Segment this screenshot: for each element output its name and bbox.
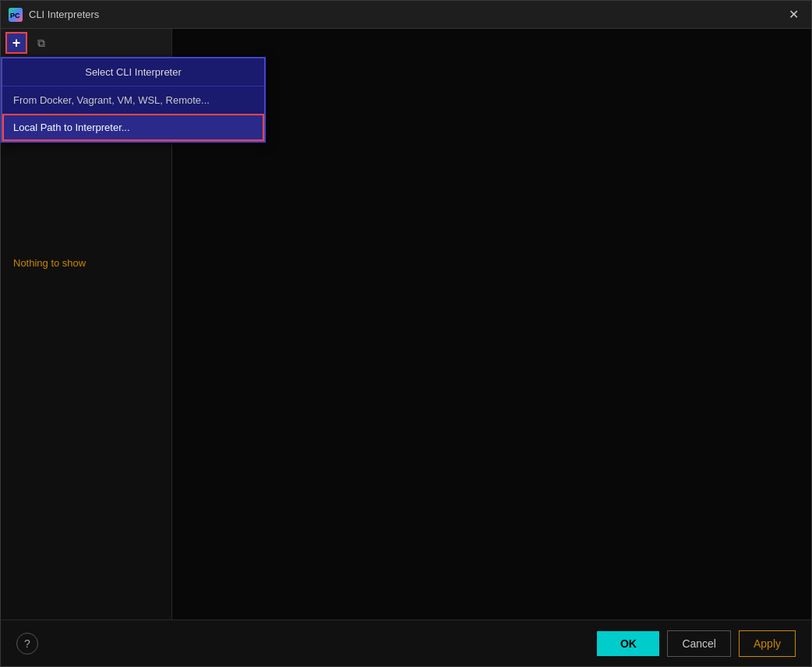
apply-button[interactable]: Apply (739, 630, 796, 657)
add-interpreter-dropdown: Select CLI Interpreter From Docker, Vagr… (1, 57, 266, 143)
copy-interpreter-button[interactable]: ⧉ (30, 32, 52, 54)
add-interpreter-button[interactable]: + (5, 32, 27, 54)
svg-text:PC: PC (10, 12, 20, 19)
ok-button[interactable]: OK (597, 631, 659, 656)
dropdown-header: Select CLI Interpreter (2, 58, 264, 86)
pycharm-icon: PC (9, 8, 23, 22)
left-panel: + ⧉ Select CLI Interpreter From Docker, … (1, 29, 172, 619)
nothing-to-show-label: Nothing to show (1, 245, 171, 281)
remote-interpreter-item[interactable]: From Docker, Vagrant, VM, WSL, Remote... (2, 86, 264, 114)
footer-right: OK Cancel Apply (597, 630, 796, 657)
dialog-body: + ⧉ Select CLI Interpreter From Docker, … (1, 29, 811, 619)
title-bar: PC CLI Interpreters ✕ (1, 1, 811, 29)
plus-icon: + (12, 35, 21, 51)
footer-left: ? (16, 633, 38, 655)
dialog-title: CLI Interpreters (29, 9, 99, 20)
local-interpreter-item[interactable]: Local Path to Interpreter... (2, 114, 264, 141)
right-panel (172, 29, 811, 619)
dialog-footer: ? OK Cancel Apply (1, 619, 811, 666)
toolbar: + ⧉ Select CLI Interpreter From Docker, … (1, 29, 171, 58)
dialog-overlay: PC CLI Interpreters ✕ + ⧉ S (0, 0, 812, 667)
copy-icon: ⧉ (37, 37, 45, 50)
title-bar-left: PC CLI Interpreters (9, 8, 99, 22)
dialog-window: PC CLI Interpreters ✕ + ⧉ S (0, 0, 812, 667)
help-button[interactable]: ? (16, 633, 38, 655)
question-mark-icon: ? (24, 637, 30, 650)
cancel-button[interactable]: Cancel (667, 630, 731, 657)
close-button[interactable]: ✕ (784, 5, 803, 23)
